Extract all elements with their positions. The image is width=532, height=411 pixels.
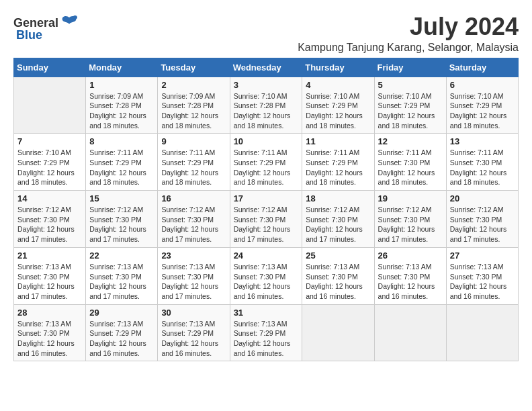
day-info: Sunrise: 7:12 AMSunset: 7:30 PMDaylight:… [161, 205, 226, 244]
day-cell: 16Sunrise: 7:12 AMSunset: 7:30 PMDayligh… [158, 191, 230, 248]
day-cell: 28Sunrise: 7:13 AMSunset: 7:30 PMDayligh… [14, 304, 86, 361]
month-title: July 2024 [298, 13, 519, 40]
header-cell-saturday: Saturday [446, 58, 518, 77]
header-cell-thursday: Thursday [302, 58, 374, 77]
day-cell: 20Sunrise: 7:12 AMSunset: 7:30 PMDayligh… [446, 191, 518, 248]
day-cell: 23Sunrise: 7:13 AMSunset: 7:30 PMDayligh… [158, 247, 230, 304]
week-row-3: 14Sunrise: 7:12 AMSunset: 7:30 PMDayligh… [14, 191, 519, 248]
day-cell: 9Sunrise: 7:11 AMSunset: 7:29 PMDaylight… [158, 134, 230, 191]
day-number: 5 [378, 80, 443, 90]
day-number: 26 [378, 250, 443, 261]
header-cell-sunday: Sunday [14, 58, 86, 77]
day-info: Sunrise: 7:13 AMSunset: 7:30 PMDaylight:… [450, 262, 515, 302]
day-cell: 25Sunrise: 7:13 AMSunset: 7:30 PMDayligh… [302, 247, 374, 304]
day-cell: 3Sunrise: 7:10 AMSunset: 7:28 PMDaylight… [230, 77, 302, 134]
header-cell-monday: Monday [86, 58, 158, 77]
day-cell: 24Sunrise: 7:13 AMSunset: 7:30 PMDayligh… [230, 247, 302, 304]
header: General Blue July 2024 Kampung Tanjung K… [13, 13, 519, 54]
day-number: 6 [450, 80, 515, 90]
header-cell-tuesday: Tuesday [158, 58, 230, 77]
day-number: 11 [306, 136, 370, 146]
day-cell: 19Sunrise: 7:12 AMSunset: 7:30 PMDayligh… [374, 191, 446, 248]
header-cell-friday: Friday [374, 58, 446, 77]
subtitle: Kampung Tanjung Karang, Selangor, Malays… [298, 42, 519, 54]
day-number: 30 [161, 308, 226, 318]
day-cell: 14Sunrise: 7:12 AMSunset: 7:30 PMDayligh… [14, 191, 86, 248]
day-info: Sunrise: 7:13 AMSunset: 7:29 PMDaylight:… [89, 319, 154, 359]
day-number: 8 [89, 136, 154, 146]
day-number: 12 [378, 136, 443, 146]
day-number: 20 [450, 193, 515, 203]
day-number: 13 [450, 136, 515, 146]
title-area: July 2024 Kampung Tanjung Karang, Selang… [298, 13, 519, 54]
day-number: 19 [378, 193, 443, 203]
day-info: Sunrise: 7:13 AMSunset: 7:30 PMDaylight:… [234, 262, 299, 302]
day-number: 17 [234, 193, 299, 203]
day-info: Sunrise: 7:10 AMSunset: 7:29 PMDaylight:… [17, 148, 82, 187]
day-info: Sunrise: 7:13 AMSunset: 7:30 PMDaylight:… [378, 262, 443, 302]
day-number: 2 [161, 80, 226, 90]
logo-bird-icon [60, 13, 79, 32]
day-info: Sunrise: 7:10 AMSunset: 7:28 PMDaylight:… [234, 91, 299, 131]
day-info: Sunrise: 7:12 AMSunset: 7:30 PMDaylight:… [234, 205, 299, 244]
day-number: 9 [161, 136, 226, 146]
logo: General Blue [13, 13, 79, 42]
day-cell: 15Sunrise: 7:12 AMSunset: 7:30 PMDayligh… [86, 191, 158, 248]
calendar-table: SundayMondayTuesdayWednesdayThursdayFrid… [13, 58, 519, 362]
week-row-1: 1Sunrise: 7:09 AMSunset: 7:28 PMDaylight… [14, 77, 519, 134]
day-number: 21 [17, 250, 82, 261]
header-row: SundayMondayTuesdayWednesdayThursdayFrid… [14, 58, 519, 77]
week-row-4: 21Sunrise: 7:13 AMSunset: 7:30 PMDayligh… [14, 247, 519, 304]
day-number: 28 [17, 308, 82, 318]
logo-blue: Blue [16, 28, 42, 42]
day-info: Sunrise: 7:10 AMSunset: 7:29 PMDaylight:… [378, 91, 443, 131]
day-cell: 18Sunrise: 7:12 AMSunset: 7:30 PMDayligh… [302, 191, 374, 248]
day-cell: 6Sunrise: 7:10 AMSunset: 7:29 PMDaylight… [446, 77, 518, 134]
day-cell: 30Sunrise: 7:13 AMSunset: 7:29 PMDayligh… [158, 304, 230, 361]
day-number: 22 [89, 250, 154, 261]
day-info: Sunrise: 7:11 AMSunset: 7:30 PMDaylight:… [450, 148, 515, 187]
day-number: 1 [89, 80, 154, 90]
day-cell [14, 77, 86, 134]
day-cell: 7Sunrise: 7:10 AMSunset: 7:29 PMDaylight… [14, 134, 86, 191]
day-info: Sunrise: 7:12 AMSunset: 7:30 PMDaylight:… [306, 205, 370, 244]
day-number: 24 [234, 250, 299, 261]
day-info: Sunrise: 7:12 AMSunset: 7:30 PMDaylight:… [450, 205, 515, 244]
day-number: 27 [450, 250, 515, 261]
day-cell: 8Sunrise: 7:11 AMSunset: 7:29 PMDaylight… [86, 134, 158, 191]
day-info: Sunrise: 7:11 AMSunset: 7:30 PMDaylight:… [378, 148, 443, 187]
day-info: Sunrise: 7:12 AMSunset: 7:30 PMDaylight:… [89, 205, 154, 244]
day-cell: 12Sunrise: 7:11 AMSunset: 7:30 PMDayligh… [374, 134, 446, 191]
day-info: Sunrise: 7:09 AMSunset: 7:28 PMDaylight:… [161, 91, 226, 131]
day-number: 29 [89, 308, 154, 318]
day-info: Sunrise: 7:13 AMSunset: 7:29 PMDaylight:… [234, 319, 299, 359]
day-cell: 10Sunrise: 7:11 AMSunset: 7:29 PMDayligh… [230, 134, 302, 191]
day-number: 7 [17, 136, 82, 146]
week-row-2: 7Sunrise: 7:10 AMSunset: 7:29 PMDaylight… [14, 134, 519, 191]
day-cell [302, 304, 374, 361]
day-cell: 5Sunrise: 7:10 AMSunset: 7:29 PMDaylight… [374, 77, 446, 134]
day-number: 25 [306, 250, 370, 261]
day-info: Sunrise: 7:13 AMSunset: 7:30 PMDaylight:… [161, 262, 226, 302]
day-info: Sunrise: 7:12 AMSunset: 7:30 PMDaylight:… [378, 205, 443, 244]
day-number: 31 [234, 308, 299, 318]
day-cell: 2Sunrise: 7:09 AMSunset: 7:28 PMDaylight… [158, 77, 230, 134]
day-cell: 4Sunrise: 7:10 AMSunset: 7:29 PMDaylight… [302, 77, 374, 134]
day-cell: 29Sunrise: 7:13 AMSunset: 7:29 PMDayligh… [86, 304, 158, 361]
day-number: 4 [306, 80, 370, 90]
day-cell: 26Sunrise: 7:13 AMSunset: 7:30 PMDayligh… [374, 247, 446, 304]
day-number: 18 [306, 193, 370, 203]
day-info: Sunrise: 7:11 AMSunset: 7:29 PMDaylight:… [234, 148, 299, 187]
day-info: Sunrise: 7:13 AMSunset: 7:30 PMDaylight:… [89, 262, 154, 302]
day-cell: 1Sunrise: 7:09 AMSunset: 7:28 PMDaylight… [86, 77, 158, 134]
day-info: Sunrise: 7:11 AMSunset: 7:29 PMDaylight:… [89, 148, 154, 187]
day-info: Sunrise: 7:10 AMSunset: 7:29 PMDaylight:… [450, 91, 515, 131]
day-info: Sunrise: 7:11 AMSunset: 7:29 PMDaylight:… [161, 148, 226, 187]
day-number: 16 [161, 193, 226, 203]
day-info: Sunrise: 7:13 AMSunset: 7:29 PMDaylight:… [161, 319, 226, 359]
day-info: Sunrise: 7:10 AMSunset: 7:29 PMDaylight:… [306, 91, 370, 131]
day-cell: 13Sunrise: 7:11 AMSunset: 7:30 PMDayligh… [446, 134, 518, 191]
day-info: Sunrise: 7:09 AMSunset: 7:28 PMDaylight:… [89, 91, 154, 131]
day-cell: 22Sunrise: 7:13 AMSunset: 7:30 PMDayligh… [86, 247, 158, 304]
day-number: 15 [89, 193, 154, 203]
